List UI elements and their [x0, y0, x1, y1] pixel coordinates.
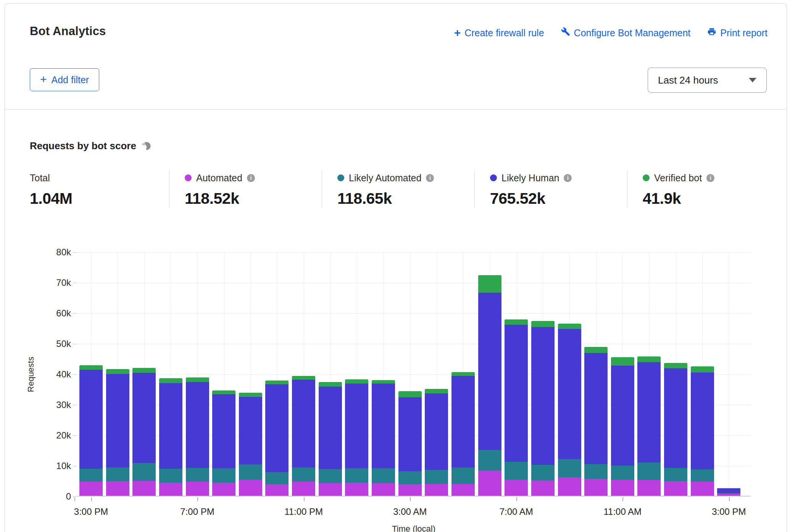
bar-1000pm[interactable] [265, 380, 289, 496]
y-tick-label: 70k [39, 278, 71, 288]
bar-900pm[interactable] [239, 393, 262, 496]
y-tick-mark [73, 405, 76, 405]
stat-automated-value: 118.52k [185, 190, 322, 208]
y-tick-label: 60k [39, 308, 71, 318]
x-tick-mark [729, 497, 730, 501]
bar-segment-verified-bot [212, 390, 235, 394]
bar-segment-likely-human [345, 384, 368, 468]
stat-total-label: Total [30, 172, 50, 184]
section-title-row: Requests by bot score [30, 140, 151, 152]
bar-600pm[interactable] [159, 378, 182, 496]
create-firewall-rule-link[interactable]: + Create firewall rule [454, 27, 544, 39]
info-icon[interactable]: i [706, 174, 714, 182]
bar-segment-verified-bot [505, 319, 528, 325]
stats-row: Total 1.04M Automated i 118.52k Likely A… [30, 171, 790, 208]
bot-analytics-card: Bot Analytics + Create firewall rule Con… [5, 3, 787, 532]
bar-segment-likely-automated [372, 468, 395, 483]
plus-icon: + [40, 73, 47, 86]
info-icon[interactable]: i [564, 174, 572, 182]
bar-700am[interactable] [505, 319, 528, 496]
origin-tick-mark [74, 497, 75, 501]
bar-100pm[interactable] [664, 363, 687, 496]
time-range-select[interactable]: Last 24 hours [648, 68, 767, 93]
bar-segment-likely-automated [558, 459, 581, 477]
bar-500am[interactable] [451, 372, 475, 496]
x-tick-label: 7:00 AM [500, 506, 533, 517]
bar-segment-likely-human [478, 293, 501, 450]
bar-300pm[interactable] [717, 488, 740, 496]
bar-segment-likely-automated [505, 462, 528, 479]
bar-segment-likely-human [319, 387, 342, 469]
bar-segment-verified-bot [265, 380, 289, 384]
bar-200pm[interactable] [691, 366, 714, 496]
chevron-down-icon [749, 78, 756, 82]
info-icon[interactable]: i [426, 174, 434, 182]
print-report-link[interactable]: Print report [707, 27, 767, 39]
bar-segment-likely-automated [664, 468, 687, 481]
bar-1100am[interactable] [611, 357, 634, 496]
bar-segment-likely-automated [239, 464, 262, 479]
y-tick-label: 80k [39, 247, 71, 257]
bar-segment-likely-automated [637, 463, 661, 480]
add-filter-button[interactable]: + Add filter [30, 68, 99, 91]
bar-segment-automated [212, 483, 235, 496]
x-tick-mark [197, 497, 198, 501]
bar-100am[interactable] [345, 379, 368, 496]
bar-segment-likely-automated [425, 470, 448, 484]
add-filter-label: Add filter [52, 74, 89, 85]
automated-legend-dot [185, 174, 192, 181]
bar-1100pm[interactable] [292, 376, 315, 496]
y-tick-mark [73, 466, 76, 466]
info-icon[interactable]: i [247, 174, 255, 182]
y-tick-mark [73, 497, 76, 497]
bar-1000am[interactable] [584, 347, 608, 496]
bar-segment-likely-human [265, 384, 289, 472]
y-tick-mark [73, 252, 76, 253]
bar-200am[interactable] [372, 380, 395, 496]
bar-1200pm[interactable] [637, 356, 661, 496]
bar-300am[interactable] [398, 391, 422, 496]
header-divider [5, 109, 787, 110]
configure-bot-management-link[interactable]: Configure Bot Management [561, 27, 691, 39]
bar-segment-likely-human [212, 394, 235, 468]
bar-segment-automated [425, 484, 448, 496]
horizontal-gridline [77, 344, 751, 344]
bar-700pm[interactable] [186, 377, 209, 496]
bar-900am[interactable] [558, 324, 581, 496]
bar-segment-automated [319, 483, 342, 496]
x-axis-line [77, 496, 751, 497]
stat-likely-human-value: 765.52k [490, 190, 627, 208]
bar-segment-verified-bot [239, 393, 262, 397]
bar-segment-likely-automated [398, 471, 422, 484]
x-axis-title: Time (local) [392, 524, 435, 532]
y-tick-mark [73, 283, 76, 283]
bar-segment-verified-bot [531, 321, 555, 327]
print-report-label: Print report [720, 27, 767, 39]
bar-400am[interactable] [425, 389, 448, 496]
bar-segment-likely-human [637, 362, 661, 463]
bar-segment-likely-human [425, 393, 448, 470]
bar-600am[interactable] [478, 275, 501, 496]
bar-400pm[interactable] [106, 369, 129, 496]
bar-segment-verified-bot [186, 377, 209, 382]
x-tick-mark [410, 497, 411, 501]
y-tick-label: 0 [39, 492, 71, 501]
bar-1200am[interactable] [319, 382, 342, 496]
bar-segment-automated [611, 480, 634, 496]
bar-segment-likely-human [186, 382, 209, 468]
bar-segment-likely-automated [132, 463, 156, 480]
x-tick-label: 3:00 PM [74, 506, 108, 517]
stat-likely-automated-label: Likely Automated [349, 172, 421, 184]
x-tick-mark [516, 497, 517, 501]
bar-800pm[interactable] [212, 390, 235, 496]
configure-bot-management-label: Configure Bot Management [574, 27, 691, 39]
bar-800am[interactable] [531, 321, 555, 496]
bar-segment-verified-bot [132, 368, 156, 373]
bar-500pm[interactable] [132, 368, 156, 496]
requests-by-bot-score-chart: Requests Time (local) 010k20k30k40k50k60… [77, 252, 751, 497]
bar-segment-likely-automated [451, 468, 475, 484]
page-title: Bot Analytics [30, 24, 106, 38]
bar-segment-verified-bot [691, 366, 714, 372]
bar-300pm[interactable] [79, 365, 103, 496]
bar-segment-automated [717, 494, 740, 496]
